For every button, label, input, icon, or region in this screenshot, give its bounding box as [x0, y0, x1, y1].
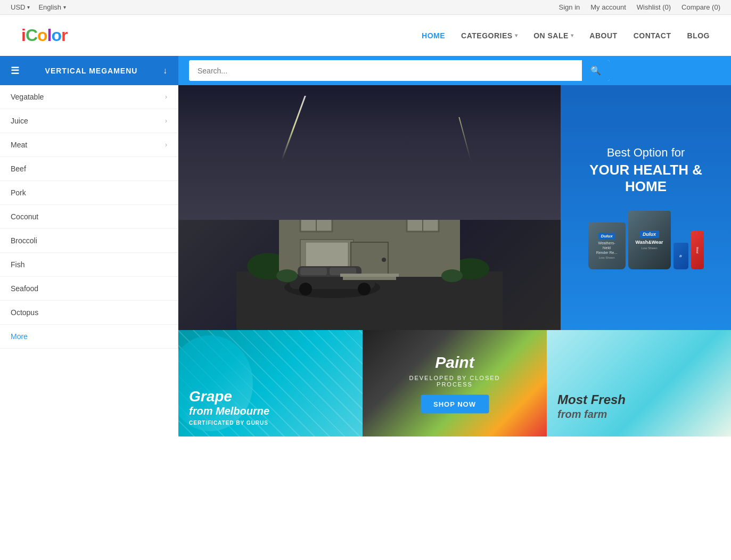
top-bar-right: Sign in My account Wishlist (0) Compare … — [559, 3, 720, 11]
promo-grape-banner: Grape from Melbourne CERTIFICATED BY GUR… — [178, 330, 363, 437]
broccoli-label: Broccoli — [11, 236, 37, 245]
sidebar-item-vegatable[interactable]: Vegatable › — [0, 85, 178, 109]
svg-point-26 — [276, 269, 298, 282]
categories-arrow: ▾ — [515, 32, 518, 38]
svg-point-23 — [358, 283, 371, 295]
sidebar-item-octopus[interactable]: Octopus — [0, 301, 178, 325]
low-sheen-text2: Low Sheen — [641, 246, 657, 250]
grape-line2: from Melbourne — [189, 405, 269, 417]
logo-i: i — [21, 26, 26, 45]
sidebar-item-coconut[interactable]: Coconut — [0, 205, 178, 229]
language-dropdown[interactable]: English ▾ — [38, 3, 66, 11]
meat-label: Meat — [11, 141, 27, 149]
fish-label: Fish — [11, 260, 24, 269]
shop-now-button[interactable]: SHOP NOW — [421, 395, 489, 414]
logo-r: r — [61, 26, 67, 45]
currency-dropdown[interactable]: USD ▾ — [11, 3, 30, 11]
juice-label: Juice — [11, 117, 28, 125]
fresh-promo-text: Most Fresh from farm — [557, 392, 626, 421]
language-arrow: ▾ — [63, 4, 66, 10]
vegatable-label: Vegatable — [11, 93, 44, 101]
logo-o2: o — [51, 26, 61, 45]
more-label: More — [11, 332, 28, 341]
top-bar: USD ▾ English ▾ Sign in My account Wishl… — [0, 0, 731, 15]
menu-down-icon: ↓ — [163, 66, 168, 76]
svg-rect-20 — [300, 268, 327, 275]
promo-paint-banner: Paint DEVELOPED BY CLOSED PROCESS SHOP N… — [363, 330, 547, 437]
sidebar-item-meat[interactable]: Meat › — [0, 133, 178, 157]
can-wash-wear: Dulux Wash&Wear Low Sheen — [628, 211, 671, 269]
sidebar: Vegatable › Juice › Meat › Beef Pork Coc… — [0, 85, 178, 349]
nav-contact[interactable]: CONTACT — [634, 31, 671, 40]
sidebar-item-more[interactable]: More — [0, 325, 178, 349]
hero-banner: Best Option for YOUR HEALTH & HOME Dulux… — [178, 85, 731, 330]
sidebar-item-fish[interactable]: Fish — [0, 253, 178, 277]
fresh-big: Most Fresh — [557, 392, 626, 408]
sidebar-item-pork[interactable]: Pork — [0, 181, 178, 205]
paint-sub: DEVELOPED BY CLOSED PROCESS — [409, 375, 501, 388]
storm-sky — [178, 85, 561, 220]
grape-big: Grape — [189, 389, 269, 405]
paint-cans: Dulux Weathers-hieldRender Re... Low She… — [588, 211, 704, 269]
wishlist-link[interactable]: Wishlist (0) — [637, 3, 671, 11]
svg-rect-25 — [340, 274, 399, 277]
paint-title: Paint — [409, 353, 501, 372]
svg-point-22 — [299, 283, 312, 295]
nav-home[interactable]: HOME — [422, 31, 445, 40]
grape-promo-text: Grape from Melbourne CERTIFICATED BY GUR… — [189, 389, 269, 426]
hero-line2: YOUR HEALTH & HOME — [571, 162, 720, 195]
dulux-label1: Dulux — [598, 233, 614, 240]
currency-label: USD — [11, 3, 25, 11]
logo-o1: o — [37, 26, 47, 45]
blue-bar: ☰ VERTICAL MEGAMENU ↓ 🔍 — [0, 56, 731, 85]
main-nav: HOME CATEGORIES ▾ ON SALE ▾ ABOUT CONTAC… — [422, 31, 710, 40]
vertical-menu-label: VERTICAL MEGAMENU — [45, 67, 138, 75]
svg-point-16 — [382, 258, 386, 262]
nav-about[interactable]: ABOUT — [589, 31, 617, 40]
coconut-label: Coconut — [11, 212, 38, 221]
paint-promo-center: Paint DEVELOPED BY CLOSED PROCESS SHOP N… — [409, 353, 501, 414]
fresh-line2: from farm — [557, 408, 626, 421]
svg-point-27 — [441, 269, 463, 282]
language-label: English — [38, 3, 61, 11]
dulux-label2: Dulux — [639, 230, 659, 238]
seafood-label: Seafood — [11, 284, 38, 293]
nav-blog[interactable]: BLOG — [687, 31, 710, 40]
sidebar-item-broccoli[interactable]: Broccoli — [0, 229, 178, 253]
main-content: Best Option for YOUR HEALTH & HOME Dulux… — [178, 85, 731, 437]
nav-on-sale[interactable]: ON SALE ▾ — [533, 31, 573, 40]
pork-label: Pork — [11, 188, 26, 197]
juice-chevron: › — [165, 117, 167, 125]
octopus-label: Octopus — [11, 308, 38, 317]
compare-link[interactable]: Compare (0) — [681, 3, 720, 11]
beef-label: Beef — [11, 164, 26, 173]
search-button[interactable]: 🔍 — [582, 60, 610, 81]
content-area: Vegatable › Juice › Meat › Beef Pork Coc… — [0, 85, 731, 437]
hero-left — [178, 85, 561, 330]
promo-banners: Grape from Melbourne CERTIFICATED BY GUR… — [178, 330, 731, 437]
sidebar-item-seafood[interactable]: Seafood — [0, 277, 178, 301]
vegatable-chevron: › — [165, 93, 167, 101]
hero-right: Best Option for YOUR HEALTH & HOME Dulux… — [561, 85, 731, 330]
low-sheen-text: Low Sheen — [598, 256, 614, 259]
site-header: iColor HOME CATEGORIES ▾ ON SALE ▾ ABOUT… — [0, 15, 731, 56]
weathershield-text: Weathers-hieldRender Re... — [596, 241, 618, 255]
sign-in-link[interactable]: Sign in — [559, 3, 580, 11]
currency-arrow: ▾ — [27, 4, 30, 10]
top-bar-left: USD ▾ English ▾ — [11, 3, 66, 11]
my-account-link[interactable]: My account — [590, 3, 626, 11]
sidebar-item-juice[interactable]: Juice › — [0, 109, 178, 133]
search-input[interactable] — [189, 60, 582, 81]
nav-categories[interactable]: CATEGORIES ▾ — [461, 31, 518, 40]
promo-fresh-banner: Most Fresh from farm — [547, 330, 731, 437]
vertical-menu-header[interactable]: ☰ VERTICAL MEGAMENU ↓ — [0, 56, 178, 85]
can-weathershield: Dulux Weathers-hieldRender Re... Low She… — [588, 223, 626, 269]
meat-chevron: › — [165, 141, 167, 149]
search-area: 🔍 — [178, 56, 731, 85]
sidebar-item-beef[interactable]: Beef — [0, 157, 178, 181]
logo[interactable]: iColor — [21, 26, 67, 45]
menu-bars-icon: ☰ — [11, 65, 20, 77]
wash-wear-text: Wash&Wear — [635, 240, 663, 245]
logo-c: C — [26, 26, 37, 45]
on-sale-arrow: ▾ — [571, 32, 574, 38]
